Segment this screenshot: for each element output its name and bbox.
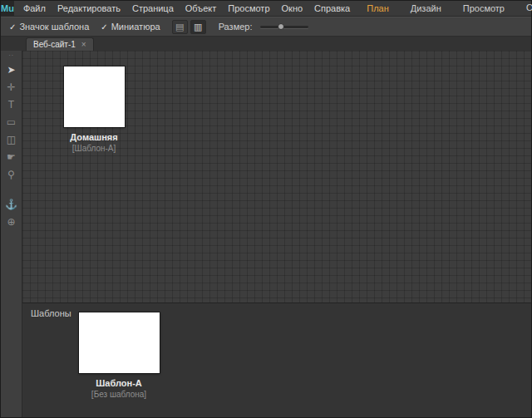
- selection-tool-icon[interactable]: ➤: [4, 64, 19, 76]
- size-label: Размер:: [219, 22, 253, 32]
- tab-website-1[interactable]: Веб-сайт-1 ×: [26, 37, 94, 51]
- menu-edit[interactable]: Редактировать: [52, 1, 126, 16]
- app-logo: Mu: [1, 1, 14, 16]
- muse-window: Mu Файл Редактировать Страница Объект Пр…: [0, 0, 532, 418]
- template-icon-checkbox[interactable]: ✓: [9, 22, 16, 32]
- options-toolbar: ✓ Значок шаблона ✓ Миниатюра ▤ ▥ Размер:: [1, 17, 531, 37]
- anchor-tool-icon[interactable]: ⚓: [4, 199, 19, 211]
- close-icon[interactable]: ×: [81, 41, 86, 49]
- template-title[interactable]: Шаблон-А: [96, 378, 142, 388]
- page-item-home[interactable]: Домашняя [Шаблон-А]: [42, 66, 145, 153]
- vertical-layout-button[interactable]: ▥: [190, 20, 206, 34]
- plan-canvas: Домашняя [Шаблон-А] Шаблоны Шаблон-А [Бе…: [22, 51, 531, 417]
- template-icon-label[interactable]: Значок шаблона: [19, 22, 89, 32]
- template-item-a[interactable]: Шаблон-А [Без шаблона]: [52, 312, 185, 399]
- menu-list: Файл Редактировать Страница Объект Просм…: [17, 1, 356, 16]
- mode-design[interactable]: Дизайн: [400, 1, 452, 16]
- text-tool-icon[interactable]: T: [4, 99, 19, 111]
- mode-switcher: План Дизайн Просмотр Опубликовать▾: [356, 0, 532, 17]
- tool-panel: ∙∙ ➤ ✛ T ▭ ◫ ☛ ⚲ ⚓ ⊕: [1, 51, 22, 417]
- menubar: Mu Файл Редактировать Страница Объект Пр…: [1, 1, 531, 17]
- tab-label: Веб-сайт-1: [33, 40, 76, 49]
- template-thumbnail[interactable]: [79, 312, 160, 373]
- page-title[interactable]: Домашняя: [70, 132, 117, 142]
- panel-grip-icon[interactable]: ∙∙: [8, 53, 13, 59]
- zoom-tool-icon[interactable]: ⚲: [4, 169, 19, 181]
- mode-publish-label: Опубликовать: [526, 2, 532, 12]
- rectangle-tool-icon[interactable]: ▭: [4, 116, 19, 129]
- main-area: ∙∙ ➤ ✛ T ▭ ◫ ☛ ⚲ ⚓ ⊕ Домашняя [Шаблон-А]…: [1, 51, 531, 417]
- mode-plan[interactable]: План: [356, 1, 400, 16]
- sitemap-grid-area[interactable]: Домашняя [Шаблон-А]: [22, 51, 531, 302]
- size-slider[interactable]: [260, 26, 308, 28]
- templates-section: Шаблоны Шаблон-А [Без шаблона]: [22, 302, 531, 417]
- page-thumbnail[interactable]: [64, 66, 125, 127]
- crop-tool-icon[interactable]: ✛: [4, 81, 19, 94]
- size-slider-thumb[interactable]: [278, 23, 284, 30]
- menu-window[interactable]: Окно: [276, 1, 309, 16]
- thumbnail-label[interactable]: Миниатюра: [111, 22, 160, 32]
- menu-page[interactable]: Страница: [126, 1, 180, 16]
- pin-tool-icon[interactable]: ⊕: [4, 216, 19, 229]
- menu-view[interactable]: Просмотр: [222, 1, 275, 16]
- thumbnail-checkbox[interactable]: ✓: [101, 22, 107, 32]
- image-frame-tool-icon[interactable]: ◫: [4, 134, 19, 146]
- page-template-label: [Шаблон-А]: [72, 144, 116, 153]
- horizontal-layout-button[interactable]: ▤: [172, 20, 188, 34]
- template-subtitle: [Без шаблона]: [91, 390, 146, 399]
- hand-tool-icon[interactable]: ☛: [4, 151, 19, 164]
- menu-help[interactable]: Справка: [308, 1, 356, 16]
- document-tabbar: Веб-сайт-1 ×: [1, 37, 531, 51]
- menu-object[interactable]: Объект: [180, 1, 222, 16]
- mode-preview[interactable]: Просмотр: [452, 1, 515, 16]
- menu-file[interactable]: Файл: [17, 1, 52, 16]
- mode-publish[interactable]: Опубликовать▾: [515, 0, 532, 17]
